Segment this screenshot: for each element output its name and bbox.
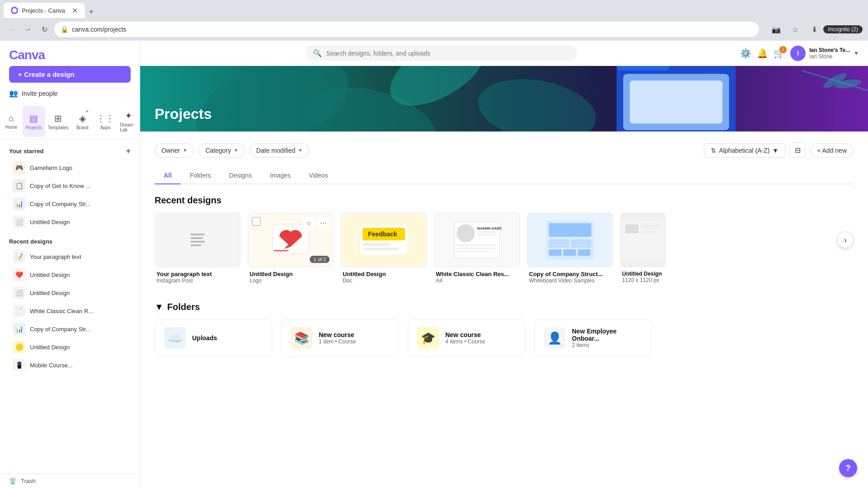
sidebar-item-copy-company2[interactable]: 📊 Copy of Company Str... bbox=[4, 320, 136, 338]
add-new-btn[interactable]: + Add new bbox=[810, 143, 854, 158]
trash-btn[interactable]: 🗑️ Trash bbox=[0, 474, 140, 488]
sidebar-header: Canva + Create a design 👥 Invite people bbox=[0, 41, 140, 104]
search-input[interactable] bbox=[326, 50, 570, 57]
cart-btn[interactable]: 🛒 1 bbox=[774, 48, 785, 59]
folder-card-new-employee[interactable]: 👤 New Employee Onboar... 2 items bbox=[534, 319, 652, 357]
browser-nav: ← → ↻ 🔒 canva.com/projects 📷 ☆ ⬇ Incogni… bbox=[0, 18, 868, 41]
design-card-untitled-logo[interactable]: ☆ ⋯ 1 of 2 Untitled Design Logo bbox=[248, 213, 334, 287]
active-tab[interactable]: Projects - Canva ✕ bbox=[4, 3, 85, 18]
white-classic-icon: 📄 bbox=[13, 305, 25, 317]
sidebar-item-mobile-course[interactable]: 📱 Mobile Course... bbox=[4, 356, 136, 374]
sidebar-item-untitled3[interactable]: 🟡 Untitled Design bbox=[4, 338, 136, 356]
svg-rect-37 bbox=[549, 249, 561, 256]
back-btn[interactable]: ← bbox=[5, 23, 18, 36]
feedback-thumb: Feedback bbox=[359, 224, 409, 256]
svg-rect-43 bbox=[641, 230, 656, 233]
card-thumb-heart: ☆ ⋯ 1 of 2 bbox=[248, 213, 334, 267]
card-checkbox[interactable] bbox=[252, 217, 261, 226]
sidebar-item-paragraph[interactable]: 📝 Your paragraph text bbox=[4, 248, 136, 266]
create-design-btn[interactable]: + Create a design bbox=[9, 66, 131, 83]
sidebar-item-copy-get[interactable]: 📋 Copy of Get to Know ... bbox=[4, 177, 136, 195]
svg-rect-30 bbox=[457, 244, 495, 246]
sidebar-item-untitled2[interactable]: ⬜ Untitled Design bbox=[4, 284, 136, 302]
bookmark-btn[interactable]: ☆ bbox=[789, 23, 802, 36]
svg-text:Feedback: Feedback bbox=[368, 230, 397, 238]
tab-videos[interactable]: Videos bbox=[300, 167, 337, 184]
folder-card-new-course-2[interactable]: 🎓 New course 4 items • Course bbox=[408, 319, 525, 357]
svg-rect-15 bbox=[190, 241, 205, 243]
tab-all[interactable]: All bbox=[155, 167, 181, 184]
card-info-paragraph: Your paragraph text Instagram Post bbox=[155, 267, 241, 287]
untitled3-icon: 🟡 bbox=[13, 341, 25, 353]
new-tab-btn[interactable]: + bbox=[85, 5, 98, 18]
designs-scroll-right-btn[interactable]: › bbox=[837, 232, 854, 248]
header-icons: ⚙️ 🔔 🛒 1 I Ian Stone's Te... Ian Stone ▼ bbox=[740, 46, 859, 61]
svg-rect-38 bbox=[563, 249, 576, 256]
camera-off-btn[interactable]: 📷 bbox=[770, 23, 783, 36]
settings-btn[interactable]: ⚙️ bbox=[740, 48, 751, 59]
design-card-1120[interactable]: Untitled Design 1120 x 1120 px bbox=[620, 213, 665, 287]
invite-people-btn[interactable]: 👥 Invite people bbox=[9, 86, 131, 100]
view-toggle-btn[interactable]: ⊟ bbox=[790, 142, 806, 158]
forward-btn[interactable]: → bbox=[22, 23, 34, 36]
design-card-resume[interactable]: SHAWN GARCIA White Classic Clean Res... bbox=[434, 213, 520, 287]
user-info[interactable]: I Ian Stone's Te... Ian Stone ▼ bbox=[790, 46, 859, 61]
owner-filter-btn[interactable]: Owner ▼ bbox=[155, 143, 194, 158]
download-btn[interactable]: ⬇ bbox=[808, 23, 821, 36]
sidebar-item-gamefarm[interactable]: 🎮 Gamefarm Logo bbox=[4, 159, 136, 177]
svg-rect-23 bbox=[363, 243, 390, 246]
sort-btn[interactable]: ⇅ Alphabetical (A-Z) ▼ bbox=[704, 143, 785, 158]
sidebar-item-brand[interactable]: ◈ Brand bbox=[71, 106, 94, 137]
refresh-btn[interactable]: ↻ bbox=[38, 23, 51, 36]
design-card-company[interactable]: Copy of Company Struct... Whiteboard Vid… bbox=[527, 213, 613, 287]
incognito-badge[interactable]: Incognito (2) bbox=[823, 25, 863, 33]
more-btn[interactable]: ⋯ bbox=[317, 217, 330, 230]
star-btn[interactable]: ☆ bbox=[302, 217, 315, 230]
folder-card-new-course-1[interactable]: 📚 New course 1 item • Course bbox=[281, 319, 399, 357]
new-course-1-icon: 📚 bbox=[291, 327, 312, 349]
url-text: canva.com/projects bbox=[72, 26, 753, 33]
paragraph-icon: 📝 bbox=[13, 250, 25, 263]
add-starred-btn[interactable]: + bbox=[126, 146, 131, 156]
sidebar-item-dreamlab[interactable]: ✦ Dream Lab bbox=[117, 106, 140, 137]
card-info-resume: White Classic Clean Res... A4 bbox=[434, 267, 520, 287]
sidebar-item-home[interactable]: ⌂ Home bbox=[0, 106, 23, 137]
app: Canva + Create a design 👥 Invite people … bbox=[0, 41, 868, 488]
address-bar[interactable]: 🔒 canva.com/projects bbox=[54, 22, 759, 37]
canva-logo[interactable]: Canva bbox=[9, 48, 131, 62]
sidebar-item-white-classic[interactable]: 📄 White Classic Clean R... bbox=[4, 302, 136, 320]
svg-rect-16 bbox=[190, 244, 201, 246]
svg-rect-24 bbox=[363, 248, 399, 250]
new-employee-icon: 👤 bbox=[544, 327, 566, 349]
sidebar-item-untitled-starred[interactable]: ⬜ Untitled Design bbox=[4, 213, 136, 231]
folders-title[interactable]: ▼ Folders bbox=[155, 302, 854, 312]
tab-designs[interactable]: Designs bbox=[220, 167, 261, 184]
sidebar-item-copy-company[interactable]: 📊 Copy of Company Str... bbox=[4, 195, 136, 213]
nav-right: 📷 ☆ ⬇ Incognito (2) bbox=[766, 23, 863, 36]
svg-text:SHAWN GARCIA: SHAWN GARCIA bbox=[477, 226, 502, 230]
tab-folders[interactable]: Folders bbox=[181, 167, 220, 184]
date-filter-btn[interactable]: Date modified ▼ bbox=[250, 143, 309, 158]
sidebar-item-projects[interactable]: ▤ Projects bbox=[23, 106, 45, 137]
category-filter-btn[interactable]: Category ▼ bbox=[198, 143, 245, 158]
design-card-feedback[interactable]: Feedback Untitled Design Doc bbox=[341, 213, 427, 287]
folder-card-uploads[interactable]: ☁️ Uploads bbox=[155, 319, 272, 357]
tab-favicon bbox=[11, 7, 18, 14]
help-btn[interactable]: ? bbox=[839, 459, 857, 477]
tab-close-btn[interactable]: ✕ bbox=[72, 6, 78, 15]
folders-section: ▼ Folders ☁️ Uploads 📚 New cou bbox=[155, 302, 854, 357]
design-card-paragraph[interactable]: Your paragraph text Instagram Post bbox=[155, 213, 241, 287]
design-1120-thumb bbox=[621, 220, 665, 260]
card-thumb-feedback: Feedback bbox=[341, 213, 427, 267]
tab-images[interactable]: Images bbox=[261, 167, 300, 184]
sidebar-item-templates[interactable]: ⊞ Templates bbox=[45, 106, 71, 137]
banner-svg bbox=[140, 66, 868, 131]
card-thumb-paragraph bbox=[155, 213, 241, 267]
main-area: Owner ▼ Category ▼ Date modified ▼ ⇅ Alp… bbox=[140, 131, 868, 488]
svg-rect-34 bbox=[549, 223, 591, 237]
svg-rect-31 bbox=[457, 248, 495, 249]
sidebar-item-untitled1[interactable]: ❤️ Untitled Design bbox=[4, 266, 136, 284]
notifications-btn[interactable]: 🔔 bbox=[757, 48, 768, 59]
category-chevron: ▼ bbox=[234, 148, 238, 153]
sidebar-item-apps[interactable]: ⋮⋮ Apps bbox=[94, 106, 117, 137]
